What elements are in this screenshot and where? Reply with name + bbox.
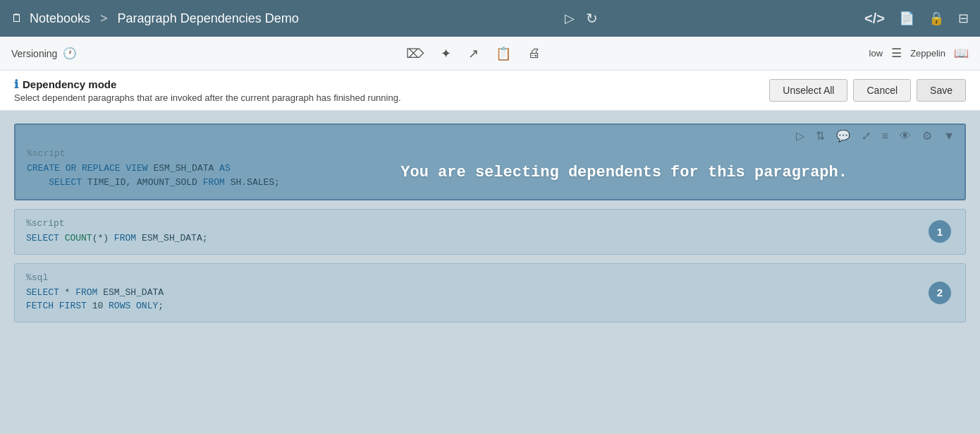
lock-icon[interactable]: 🔒: [929, 11, 944, 26]
para-1-type: %script: [27, 148, 953, 159]
info-bar-title: ℹ Dependency mode: [14, 78, 401, 91]
print-icon[interactable]: 🖨: [528, 46, 541, 61]
para-2-body: %script SELECT COUNT(*) FROM ESM_SH_DATA…: [15, 210, 965, 254]
toolbar-left: Versioning 🕐: [11, 47, 77, 60]
para-3-code-line2: FETCH FIRST 10 ROWS ONLY;: [26, 299, 954, 313]
para-3-code: SELECT * FROM ESM_SH_DATA: [26, 286, 954, 300]
paragraph-3[interactable]: %sql SELECT * FROM ESM_SH_DATA FETCH FIR…: [14, 263, 966, 323]
notebook-icon: 🗒: [11, 12, 23, 25]
save-button[interactable]: Save: [917, 79, 966, 102]
info-icon: ℹ: [14, 78, 18, 91]
breadcrumb: 🗒 Notebooks > Paragraph Dependencies Dem…: [11, 11, 299, 26]
breadcrumb-separator: >: [100, 11, 108, 26]
refresh-icon[interactable]: ↻: [586, 10, 598, 27]
para-1-run-icon[interactable]: ▷: [796, 129, 804, 143]
para-1-toolbar: ▷ ⇅ 💬 ⤢ ≡ 👁 ⚙ ▼: [16, 125, 964, 145]
paragraph-1[interactable]: ▷ ⇅ 💬 ⤢ ≡ 👁 ⚙ ▼ %script CREATE OR REPLAC…: [14, 123, 966, 200]
book-icon[interactable]: 📖: [954, 46, 969, 61]
para-1-comment-icon[interactable]: 💬: [836, 129, 850, 143]
para-1-expand-icon[interactable]: ⤢: [862, 129, 871, 143]
versioning-icon[interactable]: 🕐: [63, 47, 77, 60]
paragraph-2[interactable]: %script SELECT COUNT(*) FROM ESM_SH_DATA…: [14, 209, 966, 255]
interpreter-label: Zeppelin: [910, 48, 945, 59]
para-1-eye-icon[interactable]: 👁: [900, 130, 911, 143]
play-icon[interactable]: ▷: [565, 11, 575, 26]
para-2-code: SELECT COUNT(*) FROM ESM_SH_DATA;: [26, 231, 954, 246]
para-3-type: %sql: [26, 272, 954, 283]
info-bar: ℹ Dependency mode Select dependent parag…: [0, 71, 980, 111]
para-1-body: %script CREATE OR REPLACE VIEW ESM_SH_DA…: [16, 145, 964, 199]
info-bar-buttons: Unselect All Cancel Save: [769, 79, 966, 102]
import-icon[interactable]: 📋: [496, 46, 511, 61]
para-3-body: %sql SELECT * FROM ESM_SH_DATA FETCH FIR…: [15, 264, 965, 322]
magic-icon[interactable]: ✦: [441, 46, 451, 61]
para-1-code: CREATE OR REPLACE VIEW ESM_SH_DATA AS Yo…: [27, 162, 953, 176]
info-bar-description: Select dependent paragraphs that are inv…: [14, 92, 401, 103]
para-3-badge: 2: [929, 282, 951, 304]
document-icon[interactable]: 📄: [899, 11, 914, 26]
toolbar-center: ⌦ ✦ ↗ 📋 🖨: [406, 46, 541, 61]
para-2-badge: 1: [929, 220, 951, 243]
para-1-dependency-icon[interactable]: ⇅: [816, 129, 825, 143]
cancel-button[interactable]: Cancel: [853, 79, 911, 102]
page-title: Paragraph Dependencies Demo: [118, 11, 299, 26]
toolbar-right: low ☰ Zeppelin 📖: [869, 46, 969, 61]
layout-icon[interactable]: ⊟: [958, 11, 969, 26]
interpret-icon[interactable]: ☰: [891, 46, 902, 61]
para-1-code-line2: SELECT TIME_ID, AMOUNT_SOLD FROM SH.SALE…: [27, 176, 953, 190]
erase-icon[interactable]: ⌦: [406, 46, 424, 61]
para-2-type: %script: [26, 218, 954, 229]
top-navigation: 🗒 Notebooks > Paragraph Dependencies Dem…: [0, 0, 980, 37]
code-icon[interactable]: </>: [864, 11, 885, 27]
para-1-dropdown-icon[interactable]: ▼: [943, 130, 955, 143]
main-content: ▷ ⇅ 💬 ⤢ ≡ 👁 ⚙ ▼ %script CREATE OR REPLAC…: [0, 111, 980, 434]
info-bar-content: ℹ Dependency mode Select dependent parag…: [14, 78, 401, 103]
unselect-all-button[interactable]: Unselect All: [769, 79, 847, 102]
notebooks-link[interactable]: Notebooks: [30, 11, 90, 26]
para-1-list-icon[interactable]: ≡: [882, 130, 888, 143]
nav-right-actions: </> 📄 🔒 ⊟: [864, 11, 969, 27]
toolbar: Versioning 🕐 ⌦ ✦ ↗ 📋 🖨 low ☰ Zeppelin 📖: [0, 37, 980, 71]
export-icon[interactable]: ↗: [468, 46, 479, 61]
versioning-label: Versioning: [11, 48, 57, 59]
low-label: low: [869, 48, 883, 59]
nav-center-actions: ▷ ↻: [565, 10, 598, 27]
para-1-settings-icon[interactable]: ⚙: [922, 129, 932, 143]
dependency-mode-label: Dependency mode: [23, 78, 116, 90]
